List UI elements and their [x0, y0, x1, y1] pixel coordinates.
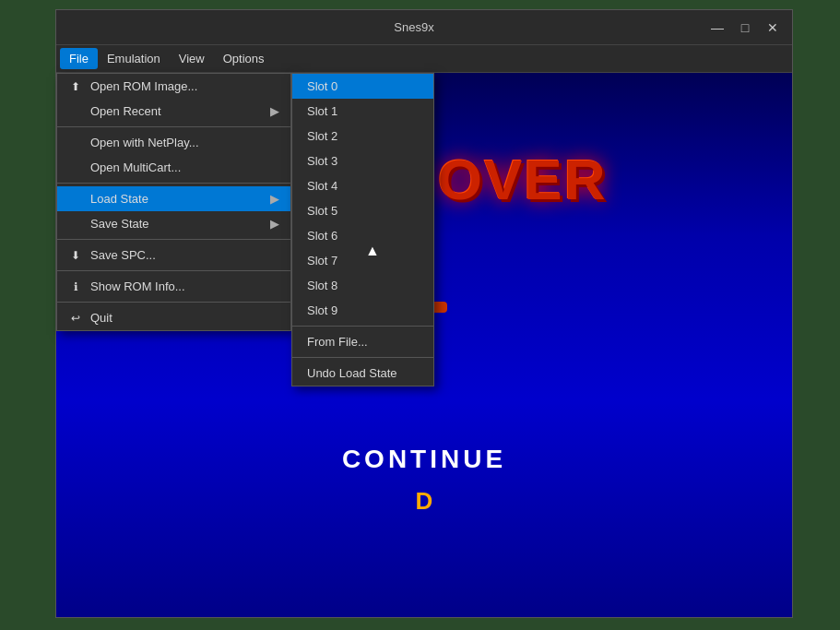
- window-title: Snes9x: [121, 20, 707, 34]
- maximize-button[interactable]: □: [735, 18, 755, 38]
- divider-1: [57, 126, 290, 127]
- app-window: Snes9x — □ ✕ File Emulation View Options…: [55, 9, 793, 618]
- show-rom-info-label: Show ROM Info...: [90, 279, 185, 293]
- slot-1-item[interactable]: Slot 1: [292, 99, 433, 124]
- open-netplay-label: Open with NetPlay...: [90, 136, 199, 149]
- submenu-divider-1: [292, 326, 433, 327]
- minimize-button[interactable]: —: [707, 18, 728, 38]
- slot-4-item[interactable]: Slot 4: [292, 173, 433, 198]
- slot-0-item[interactable]: Slot 0: [292, 74, 433, 99]
- open-netplay-item[interactable]: Open with NetPlay...: [57, 130, 290, 155]
- slot-5-item[interactable]: Slot 5: [292, 198, 433, 223]
- open-multicart-label: Open MultiCart...: [90, 160, 181, 174]
- quit-item[interactable]: ↩ Quit: [57, 305, 290, 330]
- open-recent-item[interactable]: Open Recent ▶: [57, 99, 290, 124]
- close-button[interactable]: ✕: [763, 18, 783, 38]
- menu-file[interactable]: File: [60, 48, 98, 69]
- quit-icon: ↩: [68, 312, 83, 325]
- save-spc-item[interactable]: ⬇ Save SPC...: [57, 243, 290, 267]
- divider-3: [57, 239, 290, 240]
- menu-bar: File Emulation View Options: [56, 45, 792, 73]
- open-recent-arrow: ▶: [270, 104, 279, 118]
- slot-2-item[interactable]: Slot 2: [292, 124, 433, 149]
- submenu-divider-2: [292, 357, 433, 358]
- save-state-label: Save State: [90, 217, 149, 231]
- slot-9-item[interactable]: Slot 9: [292, 298, 433, 323]
- slot-7-item[interactable]: Slot 7: [292, 248, 433, 273]
- open-recent-label: Open Recent: [90, 104, 161, 118]
- quit-label: Quit: [90, 311, 112, 325]
- save-spc-label: Save SPC...: [90, 248, 156, 262]
- divider-5: [57, 302, 290, 303]
- menu-view[interactable]: View: [170, 48, 214, 69]
- save-spc-icon: ⬇: [68, 249, 83, 262]
- from-file-item[interactable]: From File...: [292, 329, 433, 354]
- menu-emulation[interactable]: Emulation: [98, 48, 170, 69]
- save-state-item[interactable]: Save State ▶: [57, 211, 290, 236]
- open-rom-icon: ⬆: [68, 80, 83, 93]
- load-state-arrow: ▶: [270, 192, 279, 206]
- file-menu: ⬆ Open ROM Image... Open Recent ▶ Open w…: [56, 73, 291, 331]
- undo-load-state-item[interactable]: Undo Load State: [292, 361, 433, 386]
- load-state-submenu: Slot 0 Slot 1 Slot 2 Slot 3 Slot 4 Slot …: [291, 73, 434, 386]
- load-state-item[interactable]: Load State ▶: [57, 186, 290, 211]
- open-multicart-item[interactable]: Open MultiCart...: [57, 155, 290, 180]
- continue-text: CONTINUE: [56, 445, 792, 474]
- continue-sub: D: [56, 487, 792, 516]
- divider-2: [57, 183, 290, 184]
- save-state-arrow: ▶: [270, 217, 279, 231]
- open-rom-label: Open ROM Image...: [90, 79, 197, 93]
- load-state-label: Load State: [90, 192, 148, 206]
- title-bar: Snes9x — □ ✕: [56, 10, 792, 45]
- slot-6-item[interactable]: Slot 6: [292, 223, 433, 248]
- open-rom-item[interactable]: ⬆ Open ROM Image...: [57, 74, 290, 99]
- divider-4: [57, 270, 290, 271]
- show-rom-info-item[interactable]: ℹ Show ROM Info...: [57, 274, 290, 299]
- window-controls: — □ ✕: [707, 18, 783, 38]
- slot-8-item[interactable]: Slot 8: [292, 273, 433, 298]
- menu-options[interactable]: Options: [214, 48, 274, 69]
- slot-3-item[interactable]: Slot 3: [292, 149, 433, 173]
- show-rom-info-icon: ℹ: [68, 280, 83, 293]
